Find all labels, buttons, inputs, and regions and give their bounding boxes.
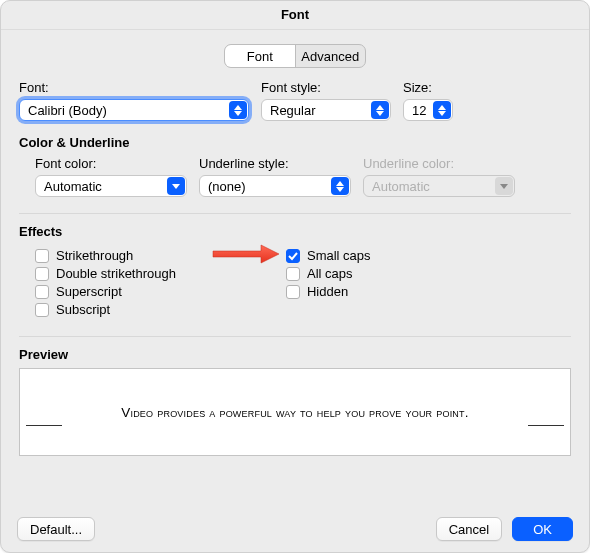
checkbox-strikethrough[interactable]: Strikethrough	[35, 248, 176, 263]
tab-font[interactable]: Font	[225, 45, 296, 67]
checkbox-all-caps[interactable]: All caps	[286, 266, 371, 281]
checkbox-icon	[35, 267, 49, 281]
size-select[interactable]: 12	[403, 99, 453, 121]
svg-marker-4	[438, 105, 446, 110]
annotation-arrow-icon	[211, 243, 281, 265]
font-dialog: Font Font Advanced Font: Calibri (Body) …	[0, 0, 590, 553]
underline-color-select: Automatic	[363, 175, 515, 197]
effects-group: Strikethrough Double strikethrough Super…	[19, 245, 571, 320]
tab-group: Font Advanced	[224, 44, 366, 68]
font-select-value: Calibri (Body)	[28, 103, 107, 118]
dropdown-icon	[433, 101, 451, 119]
divider	[19, 336, 571, 337]
tab-advanced[interactable]: Advanced	[296, 45, 366, 67]
checkbox-icon	[286, 267, 300, 281]
dialog-footer: Default... Cancel OK	[1, 506, 589, 552]
checkbox-label: Superscript	[56, 284, 122, 299]
dialog-title: Font	[1, 1, 589, 30]
size-value: 12	[412, 103, 426, 118]
font-style-select[interactable]: Regular	[261, 99, 391, 121]
checkbox-label: Double strikethrough	[56, 266, 176, 281]
ok-button[interactable]: OK	[512, 517, 573, 541]
checkbox-icon	[35, 303, 49, 317]
default-button[interactable]: Default...	[17, 517, 95, 541]
svg-marker-0	[234, 105, 242, 110]
preview-text: Video provides a powerful way to help yo…	[121, 405, 468, 420]
checkbox-subscript[interactable]: Subscript	[35, 302, 176, 317]
svg-marker-9	[500, 184, 508, 189]
label-font-color: Font color:	[35, 156, 187, 171]
dropdown-icon	[495, 177, 513, 195]
checkbox-icon	[286, 285, 300, 299]
checkbox-label: Hidden	[307, 284, 348, 299]
font-color-select[interactable]: Automatic	[35, 175, 187, 197]
svg-marker-7	[336, 181, 344, 186]
label-size: Size:	[403, 80, 453, 95]
checkbox-label: Strikethrough	[56, 248, 133, 263]
font-select[interactable]: Calibri (Body)	[19, 99, 249, 121]
svg-marker-5	[438, 111, 446, 116]
checkbox-label: Small caps	[307, 248, 371, 263]
svg-marker-3	[376, 111, 384, 116]
label-font: Font:	[19, 80, 249, 95]
checkbox-icon	[35, 285, 49, 299]
button-label: Default...	[30, 522, 82, 537]
divider	[19, 213, 571, 214]
section-effects: Effects	[19, 224, 571, 239]
svg-marker-1	[234, 111, 242, 116]
preview-box: Video provides a powerful way to help yo…	[19, 368, 571, 456]
font-color-value: Automatic	[44, 179, 102, 194]
section-color-underline: Color & Underline	[19, 135, 571, 150]
checkbox-superscript[interactable]: Superscript	[35, 284, 176, 299]
checkbox-label: Subscript	[56, 302, 110, 317]
underline-color-value: Automatic	[372, 179, 430, 194]
svg-marker-8	[336, 187, 344, 192]
label-font-style: Font style:	[261, 80, 391, 95]
svg-marker-2	[376, 105, 384, 110]
dropdown-icon	[167, 177, 185, 195]
label-underline-color: Underline color:	[363, 156, 515, 171]
underline-style-select[interactable]: (none)	[199, 175, 351, 197]
tab-font-label: Font	[247, 49, 273, 64]
button-label: Cancel	[449, 522, 489, 537]
baseline-marker	[26, 425, 62, 426]
dropdown-icon	[229, 101, 247, 119]
underline-style-value: (none)	[208, 179, 246, 194]
font-style-value: Regular	[270, 103, 316, 118]
tab-advanced-label: Advanced	[301, 49, 359, 64]
checkbox-hidden[interactable]: Hidden	[286, 284, 371, 299]
checkbox-label: All caps	[307, 266, 353, 281]
dropdown-icon	[371, 101, 389, 119]
svg-marker-6	[172, 184, 180, 189]
button-label: OK	[533, 522, 552, 537]
cancel-button[interactable]: Cancel	[436, 517, 502, 541]
section-preview: Preview	[19, 347, 571, 362]
dropdown-icon	[331, 177, 349, 195]
checkbox-double-strikethrough[interactable]: Double strikethrough	[35, 266, 176, 281]
label-underline-style: Underline style:	[199, 156, 351, 171]
checkbox-small-caps[interactable]: Small caps	[286, 248, 371, 263]
baseline-marker	[528, 425, 564, 426]
checkbox-icon	[286, 249, 300, 263]
checkbox-icon	[35, 249, 49, 263]
